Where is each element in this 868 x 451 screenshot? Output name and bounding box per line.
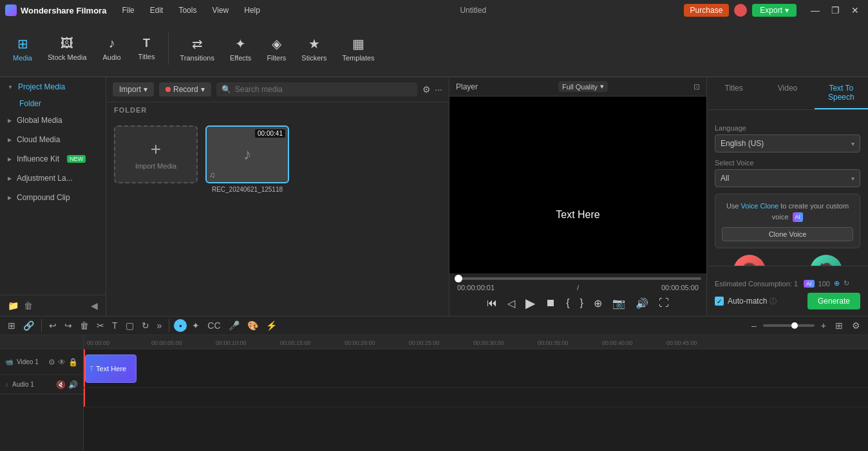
menu-edit[interactable]: Edit bbox=[147, 5, 166, 16]
sidebar-item-adjustment[interactable]: ▶ Adjustment La... bbox=[0, 169, 106, 188]
voice-dropdown[interactable]: All ▾ bbox=[715, 169, 860, 187]
media-file-card[interactable]: 00:00:41 ♪ ♫ REC_20240621_125118 bbox=[205, 125, 289, 193]
snapshot-button[interactable]: 📷 bbox=[610, 296, 628, 311]
layout-button[interactable]: ⊞ bbox=[833, 319, 845, 332]
sidebar-item-influence-kit[interactable]: ▶ Influence Kit NEW bbox=[0, 149, 106, 169]
video1-lock[interactable]: 🔒 bbox=[68, 358, 78, 367]
tab-video[interactable]: Video bbox=[760, 77, 814, 109]
triangle-icon: ▼ bbox=[8, 84, 13, 90]
toolbar-media[interactable]: ⊞ Media bbox=[6, 32, 39, 66]
menu-view[interactable]: View bbox=[209, 5, 231, 16]
color-button[interactable]: 🎨 bbox=[245, 319, 261, 332]
tab-titles[interactable]: Titles bbox=[707, 77, 760, 109]
step-back-button[interactable]: ⏮ bbox=[484, 296, 500, 310]
in-point-button[interactable]: { bbox=[563, 296, 572, 310]
volume-button[interactable]: 🔊 bbox=[633, 296, 651, 311]
fullscreen-button[interactable]: ⛶ bbox=[656, 296, 672, 310]
generate-button[interactable]: Generate bbox=[807, 293, 860, 309]
voice-card-jenny[interactable]: 👩 Jenny bbox=[715, 255, 784, 266]
zoom-in-button[interactable]: + bbox=[818, 319, 829, 332]
search-input[interactable] bbox=[235, 85, 413, 94]
delete-icon[interactable]: 🗑 bbox=[24, 300, 33, 311]
close-button[interactable]: ✕ bbox=[847, 4, 863, 17]
search-box[interactable]: 🔍 bbox=[216, 82, 418, 97]
progress-bar[interactable] bbox=[455, 277, 701, 280]
sidebar-item-folder[interactable]: Folder bbox=[0, 97, 106, 111]
undo-button[interactable]: ↩ bbox=[46, 319, 59, 332]
audio1-solo[interactable]: 🔊 bbox=[68, 380, 78, 389]
crop-button[interactable]: ▢ bbox=[123, 319, 137, 332]
out-point-button[interactable]: } bbox=[578, 296, 586, 310]
auto-match-checkbox[interactable]: ✓ bbox=[715, 297, 724, 306]
minimize-button[interactable]: — bbox=[807, 4, 824, 17]
toolbar-stock-media[interactable]: 🖼 Stock Media bbox=[41, 32, 93, 65]
import-button[interactable]: Import ▾ bbox=[113, 82, 154, 97]
stop-button[interactable]: ⏹ bbox=[543, 296, 558, 310]
sidebar-item-cloud-media[interactable]: ▶ Cloud Media bbox=[0, 130, 106, 149]
more-icon[interactable]: ··· bbox=[435, 84, 442, 95]
ruler-mark-6: 00:00:30:00 bbox=[473, 340, 504, 346]
audio-track-button[interactable]: 🎤 bbox=[226, 319, 242, 332]
zoom-slider[interactable] bbox=[763, 324, 815, 327]
toolbar-audio[interactable]: ♪ Audio bbox=[96, 32, 128, 65]
voice-clone-link[interactable]: Voice Clone bbox=[741, 202, 779, 210]
toolbar-effects[interactable]: ✦ Effects bbox=[223, 32, 258, 66]
text-button[interactable]: T bbox=[109, 319, 120, 332]
clip-text-icon: T bbox=[90, 365, 93, 373]
toolbar-stickers[interactable]: ★ Stickers bbox=[295, 32, 333, 66]
quality-select[interactable]: Full Quality ▾ bbox=[558, 81, 608, 92]
language-dropdown[interactable]: English (US) ▾ bbox=[715, 134, 860, 152]
redo-button[interactable]: ↪ bbox=[62, 319, 75, 332]
delete-button[interactable]: 🗑 bbox=[77, 319, 91, 332]
ai-tools-button[interactable]: ✦ bbox=[189, 319, 202, 332]
toolbar-transitions[interactable]: ⇄ Transitions bbox=[174, 32, 221, 66]
sidebar-item-project-media[interactable]: ▼ Project Media bbox=[0, 77, 106, 97]
toolbar-titles[interactable]: T Titles bbox=[131, 33, 163, 64]
sidebar-item-global-media[interactable]: ▶ Global Media bbox=[0, 111, 106, 130]
tab-text-to-speech[interactable]: Text To Speech bbox=[815, 77, 868, 109]
voice-card-jason[interactable]: 🧑 Jason bbox=[791, 255, 860, 266]
clone-voice-button[interactable]: Clone Voice bbox=[722, 227, 853, 241]
menu-file[interactable]: File bbox=[119, 5, 137, 16]
menu-help[interactable]: Help bbox=[241, 5, 263, 16]
record-button[interactable]: Record ▾ bbox=[159, 82, 211, 97]
add-to-timeline-button[interactable]: ⊕ bbox=[591, 296, 605, 311]
filter-icon[interactable]: ⚙ bbox=[422, 84, 431, 95]
video1-mute[interactable]: 👁 bbox=[58, 358, 66, 367]
text-clip-block[interactable]: T Text Here bbox=[85, 354, 137, 383]
purchase-button[interactable]: Purchase bbox=[684, 4, 730, 17]
export-button[interactable]: Export ▾ bbox=[752, 4, 797, 17]
maximize-button[interactable]: ❐ bbox=[827, 4, 844, 17]
toolbar-divider-1 bbox=[168, 33, 169, 65]
rotate-button[interactable]: ↻ bbox=[139, 319, 152, 332]
add-folder-icon[interactable]: 📁 bbox=[8, 300, 19, 311]
ruler-mark-2: 00:00:10:00 bbox=[216, 340, 247, 346]
refresh-icon[interactable]: ↻ bbox=[844, 279, 849, 288]
subtitle-button[interactable]: CC bbox=[205, 319, 223, 332]
audio1-mute[interactable]: 🔇 bbox=[56, 380, 66, 389]
zoom-out-button[interactable]: – bbox=[749, 319, 759, 332]
toolbar-templates[interactable]: ▦ Templates bbox=[335, 32, 381, 66]
prev-frame-button[interactable]: ◁ bbox=[505, 296, 518, 311]
toolbar-filters[interactable]: ◈ Filters bbox=[260, 32, 292, 66]
preview-controls: 00:00:00:01 / 00:00:05:00 ⏮ ◁ ▶ ⏹ { } ⊕ … bbox=[449, 273, 706, 316]
menu-tools[interactable]: Tools bbox=[176, 5, 199, 16]
track-settings-button[interactable]: ⊞ bbox=[5, 319, 18, 332]
motion-button[interactable]: ⚡ bbox=[263, 319, 279, 332]
sidebar-item-compound-clip[interactable]: ▶ Compound Clip bbox=[0, 188, 106, 207]
cut-button[interactable]: ✂ bbox=[94, 319, 107, 332]
video1-settings[interactable]: ⚙ bbox=[48, 358, 55, 367]
fullscreen-icon[interactable]: ⊡ bbox=[693, 82, 700, 91]
play-button[interactable]: ▶ bbox=[523, 294, 538, 312]
adjustment-label: Adjustment La... bbox=[17, 174, 73, 183]
chevron-down-icon-lang: ▾ bbox=[851, 140, 854, 147]
link-button[interactable]: 🔗 bbox=[21, 319, 37, 332]
snap-button[interactable] bbox=[174, 319, 187, 332]
settings-button[interactable]: ⚙ bbox=[849, 319, 863, 332]
import-media-card[interactable]: + Import Media bbox=[114, 125, 198, 183]
media-icon: ⊞ bbox=[17, 36, 28, 51]
add-coins-icon[interactable]: ⊕ bbox=[834, 279, 840, 288]
more-tools-button[interactable]: » bbox=[155, 319, 165, 332]
collapse-icon[interactable]: ◀ bbox=[91, 300, 98, 311]
user-avatar[interactable] bbox=[734, 4, 747, 17]
